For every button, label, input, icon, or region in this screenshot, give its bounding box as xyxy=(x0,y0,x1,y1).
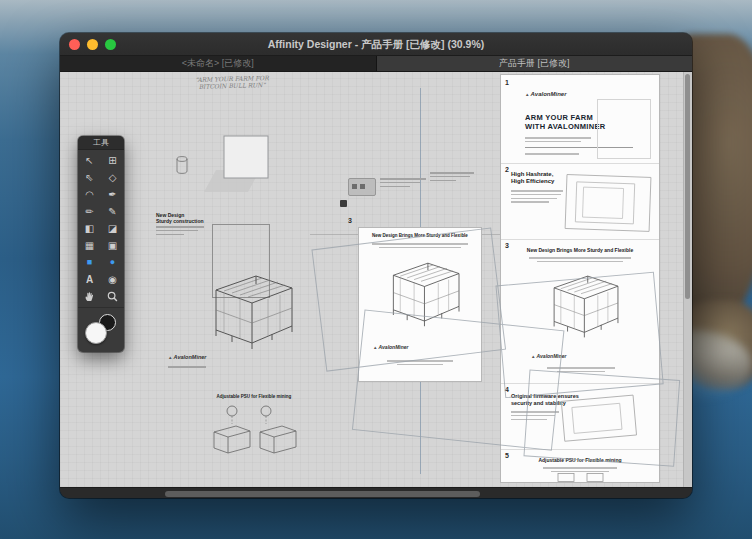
section-number-4: 4 xyxy=(505,386,509,393)
corner-tool[interactable]: ◠ xyxy=(78,186,101,203)
vertical-scrollbar-thumb[interactable] xyxy=(685,74,690,299)
pen-tool-icon: ✒ xyxy=(108,190,116,200)
section-number-1: 1 xyxy=(505,79,509,86)
section-number-3: 3 xyxy=(505,242,509,249)
hand-icon xyxy=(84,291,95,302)
text-lines xyxy=(156,226,218,235)
firmware-box-drawing xyxy=(553,393,649,445)
mini-glyph xyxy=(340,200,347,207)
view-tool[interactable] xyxy=(78,288,101,305)
vector-brush-tool-icon: ✎ xyxy=(108,207,116,217)
text-lines xyxy=(168,364,208,370)
logo-triangle-icon: ▲ xyxy=(373,345,377,350)
place-image-tool-icon: ▣ xyxy=(108,241,117,251)
pencil-tool[interactable]: ✏ xyxy=(78,203,101,220)
zoom-tool[interactable] xyxy=(101,288,124,305)
title-bar: Affinity Designer - 产品手册 [已修改] (30.9%) xyxy=(60,33,692,56)
section2-heading: High Hashrate, High Efficiency xyxy=(511,171,554,185)
logo-triangle-icon: ▲ xyxy=(168,355,172,360)
node-tool[interactable]: ⇖ xyxy=(78,169,101,186)
point-transform-tool[interactable]: ◇ xyxy=(101,169,124,186)
artboard-tool-icon: ⊞ xyxy=(108,156,116,166)
text-lines xyxy=(370,241,470,251)
text-lines xyxy=(527,255,633,265)
colour-picker-tool[interactable]: ◉ xyxy=(101,271,124,288)
sketch-note: New Design Sturdy construction xyxy=(156,212,218,237)
rectangle-tool-icon: ■ xyxy=(87,258,92,267)
psu-sketch-heading: Adjustable PSU for Flexible mining xyxy=(198,394,310,400)
text-lines xyxy=(525,151,585,157)
manual-artboard[interactable]: 1 ▲AvalonMiner ARM YOUR FARM WITH AVALON… xyxy=(500,74,660,483)
vertical-scrollbar[interactable] xyxy=(683,72,692,487)
chip-icon xyxy=(352,184,357,189)
magnifier-icon xyxy=(107,291,118,302)
pen-tool[interactable]: ✒ xyxy=(101,186,124,203)
pencil-tool-icon: ✏ xyxy=(85,207,93,217)
vector-crop-tool[interactable]: ▦ xyxy=(78,237,101,254)
tab-product-manual[interactable]: 产品手册 [已修改] xyxy=(376,56,693,71)
cover-placeholder-box xyxy=(597,99,651,159)
avalonminer-logo: ▲AvalonMiner xyxy=(531,353,566,359)
cover-title: ARM YOUR FARM WITH AVALONMINER xyxy=(525,113,606,131)
text-tool[interactable]: A xyxy=(78,271,101,288)
move-tool[interactable]: ↖ xyxy=(78,152,101,169)
corner-tool-icon: ◠ xyxy=(85,190,94,200)
snippet-chip[interactable] xyxy=(348,178,376,196)
section-number-5: 5 xyxy=(505,452,509,459)
working-page-number: 3 xyxy=(348,217,352,224)
move-tool-icon: ↖ xyxy=(85,156,93,166)
tools-panel: 工具 ↖ ⊞ ⇖ ◇ ◠ ✒ ✏ ✎ ◧ ◪ ▦ ▣ ■ ● A xyxy=(78,136,124,352)
cylinder-sketch xyxy=(176,156,188,174)
logo-triangle-icon: ▲ xyxy=(531,354,535,359)
section-number-2: 2 xyxy=(505,166,509,173)
chip-icon xyxy=(360,184,365,189)
section5-heading: Adjustable PSU for Flexible mining xyxy=(501,457,659,463)
avalonminer-logo: ▲AvalonMiner xyxy=(168,354,206,360)
tools-grid: ↖ ⊞ ⇖ ◇ ◠ ✒ ✏ ✎ ◧ ◪ ▦ ▣ ■ ● A ◉ xyxy=(78,150,124,307)
section3-heading: New Design Brings More Sturdy and Flexib… xyxy=(501,247,659,253)
product-box-drawing xyxy=(563,173,655,235)
isometric-miner-drawing xyxy=(377,258,465,334)
colour-picker-tool-icon: ◉ xyxy=(108,275,117,285)
text-tool-icon: A xyxy=(86,275,93,285)
psu-sketch xyxy=(206,404,306,460)
window-title: Affinity Designer - 产品手册 [已修改] (30.9%) xyxy=(60,33,692,55)
place-image-tool[interactable]: ▣ xyxy=(101,237,124,254)
text-lines xyxy=(430,170,478,183)
fill-swatch[interactable] xyxy=(85,322,107,344)
document-tab-bar: <未命名> [已修改] 产品手册 [已修改] xyxy=(60,56,692,72)
plan-square-sketch xyxy=(210,134,280,196)
tools-panel-title[interactable]: 工具 xyxy=(78,136,124,150)
horizontal-scrollbar[interactable] xyxy=(60,487,692,498)
logo-triangle-icon: ▲ xyxy=(525,92,529,97)
artboard-tool[interactable]: ⊞ xyxy=(101,152,124,169)
transparency-tool-icon: ◪ xyxy=(108,224,117,234)
fill-tool-icon: ◧ xyxy=(85,224,94,234)
tab-untitled[interactable]: <未命名> [已修改] xyxy=(60,56,376,71)
psu-mini-drawing xyxy=(557,473,605,482)
vector-crop-tool-icon: ▦ xyxy=(85,241,94,251)
sketch-quote: “ARM YOUR FARM FOR BITCOIN BULL RUN” xyxy=(186,74,278,90)
text-lines xyxy=(380,176,428,189)
vector-brush-tool[interactable]: ✎ xyxy=(101,203,124,220)
desktop-background: Affinity Designer - 产品手册 [已修改] (30.9%) <… xyxy=(0,0,752,539)
canvas[interactable]: “ARM YOUR FARM FOR BITCOIN BULL RUN” New… xyxy=(60,72,692,487)
text-lines xyxy=(385,358,455,368)
text-lines xyxy=(545,365,617,375)
point-transform-tool-icon: ◇ xyxy=(109,173,117,183)
node-tool-icon: ⇖ xyxy=(85,173,93,183)
isometric-miner-sketch xyxy=(198,270,298,358)
app-window: Affinity Designer - 产品手册 [已修改] (30.9%) <… xyxy=(60,33,692,498)
text-lines xyxy=(525,135,595,145)
working-artboard[interactable]: New Design Brings More Sturdy and Flexib… xyxy=(358,227,482,382)
isometric-miner-drawing xyxy=(539,271,623,345)
ellipse-tool-icon: ● xyxy=(110,258,115,267)
transparency-tool[interactable]: ◪ xyxy=(101,220,124,237)
avalonminer-logo: ▲AvalonMiner xyxy=(373,344,408,350)
ellipse-tool[interactable]: ● xyxy=(101,254,124,271)
working-heading: New Design Brings More Sturdy and Flexib… xyxy=(359,233,481,239)
fill-tool[interactable]: ◧ xyxy=(78,220,101,237)
rectangle-tool[interactable]: ■ xyxy=(78,254,101,271)
horizontal-scrollbar-thumb[interactable] xyxy=(165,491,480,497)
text-lines xyxy=(511,188,565,205)
